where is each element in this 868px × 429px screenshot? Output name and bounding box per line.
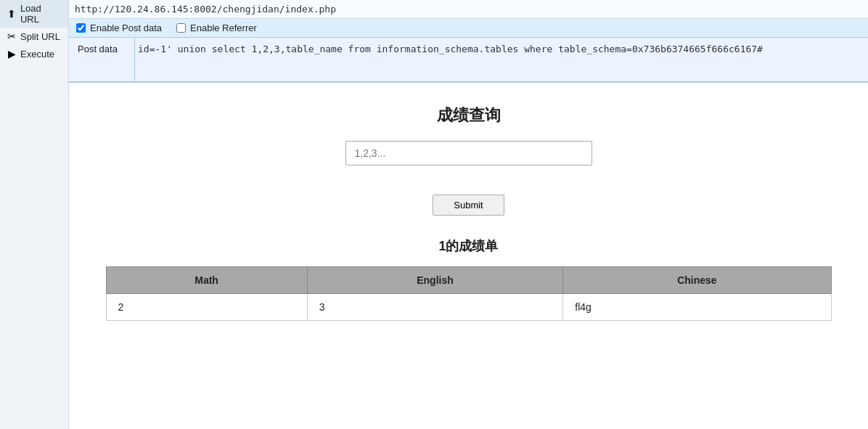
table-row: 2 3 fl4g [106, 294, 831, 321]
result-table: Math English Chinese 2 3 fl4g [106, 266, 832, 321]
split-url-button[interactable]: ✂ Split URL [0, 28, 68, 45]
execute-button[interactable]: ▶ Execute [0, 45, 68, 62]
enable-post-label[interactable]: Enable Post data [90, 23, 162, 33]
main-content: 成绩查询 Submit 1的成绩单 Math English Chinese 2… [69, 83, 868, 335]
enable-referrer-label[interactable]: Enable Referrer [190, 23, 257, 33]
enable-post-checkbox[interactable] [76, 23, 86, 33]
left-panel: ⬆ Load URL ✂ Split URL ▶ Execute [0, 0, 69, 335]
post-data-label: Post data [69, 38, 134, 60]
submit-button[interactable]: Submit [433, 195, 504, 216]
cell-english: 3 [307, 294, 563, 321]
post-bar: Enable Post data Enable Referrer [69, 19, 868, 38]
post-data-value: id=-1' union select 1,2,3,table_name fro… [134, 38, 868, 81]
col-chinese: Chinese [563, 267, 831, 294]
split-url-label: Split URL [20, 31, 60, 42]
cell-chinese: fl4g [563, 294, 831, 321]
table-header: Math English Chinese [106, 267, 831, 294]
post-data-row: Post data id=-1' union select 1,2,3,tabl… [69, 38, 868, 83]
search-input[interactable] [345, 141, 592, 166]
table-body: 2 3 fl4g [106, 294, 831, 321]
url-bar: http://120.24.86.145:8002/chengjidan/ind… [69, 0, 868, 19]
load-url-label: Load URL [20, 3, 62, 25]
result-title: 1的成绩单 [438, 237, 498, 255]
execute-label: Execute [20, 49, 54, 60]
execute-icon: ▶ [6, 48, 17, 60]
page-title: 成绩查询 [437, 105, 501, 126]
load-url-button[interactable]: ⬆ Load URL [0, 0, 68, 28]
cell-math: 2 [106, 294, 307, 321]
table-header-row: Math English Chinese [106, 267, 831, 294]
load-url-icon: ⬆ [6, 8, 17, 20]
enable-post-group: Enable Post data [76, 23, 162, 33]
col-math: Math [106, 267, 307, 294]
url-value: http://120.24.86.145:8002/chengjidan/ind… [75, 4, 336, 15]
col-english: English [307, 267, 563, 294]
split-url-icon: ✂ [6, 30, 17, 42]
enable-referrer-group: Enable Referrer [176, 23, 257, 33]
content-area: http://120.24.86.145:8002/chengjidan/ind… [69, 0, 868, 335]
enable-referrer-checkbox[interactable] [176, 23, 186, 33]
